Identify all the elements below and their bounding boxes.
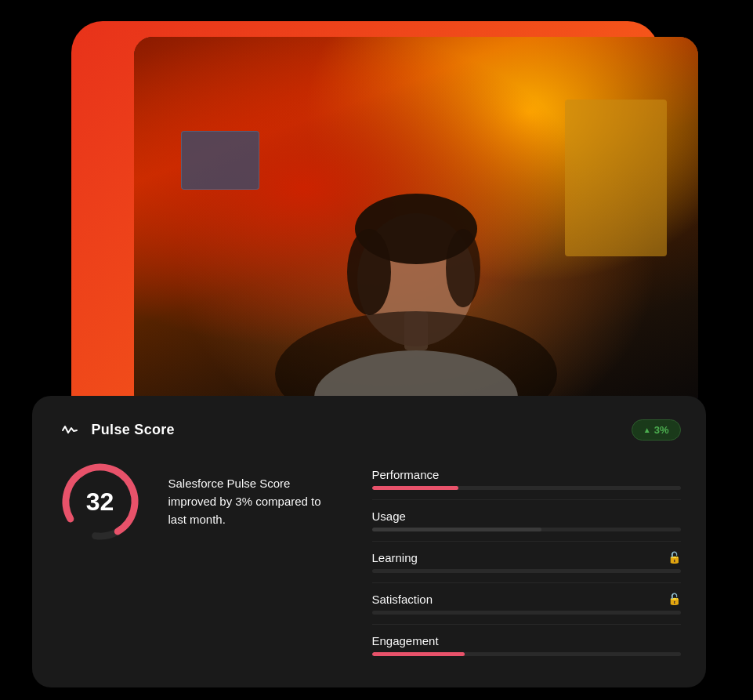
left-section: 32 Salesforce Pulse Score improved by 3%… (57, 459, 341, 545)
metric-row: Satisfaction🔓 (372, 583, 681, 625)
metric-bar-track (372, 569, 681, 573)
metric-row: Engagement (372, 625, 681, 666)
metrics-section: PerformanceUsageLearning🔓Satisfaction🔓En… (372, 459, 681, 666)
score-description: Salesforce Pulse Score improved by 3% co… (168, 474, 341, 529)
metric-header: Usage (372, 510, 681, 523)
svg-point-5 (446, 229, 480, 307)
screen-left (181, 131, 259, 190)
metric-name: Usage (372, 510, 406, 523)
card-body: 32 Salesforce Pulse Score improved by 3%… (57, 459, 681, 666)
metric-row: Usage (372, 500, 681, 542)
pulse-score-card: Pulse Score ▲ 3% 32 Salesforc (32, 396, 706, 687)
badge-arrow: ▲ (643, 426, 651, 434)
metric-bar-track (372, 652, 681, 656)
card-title: Pulse Score (92, 422, 175, 438)
gauge-container: 32 (57, 459, 143, 545)
scene: Pulse Score ▲ 3% 32 Salesforc (32, 13, 722, 687)
metric-header: Performance (372, 468, 681, 481)
metric-bar-track (372, 528, 681, 531)
metric-name: Performance (372, 468, 440, 481)
metric-bar-track (372, 486, 681, 490)
metric-header: Engagement (372, 634, 681, 647)
gauge-score: 32 (86, 487, 114, 516)
metric-name: Learning (372, 551, 418, 564)
metric-bar-fill (372, 528, 542, 531)
lock-icon: 🔓 (668, 593, 681, 605)
metric-row: Performance (372, 459, 681, 500)
svg-point-4 (347, 229, 391, 315)
metric-header: Satisfaction🔓 (372, 593, 681, 606)
metric-name: Engagement (372, 634, 439, 647)
person-illustration (275, 100, 557, 413)
card-header: Pulse Score ▲ 3% (57, 418, 681, 443)
metric-header: Learning🔓 (372, 551, 681, 564)
metric-name: Satisfaction (372, 593, 433, 606)
metric-row: Learning🔓 (372, 542, 681, 583)
photo-inner (134, 37, 698, 413)
header-left: Pulse Score (57, 418, 175, 443)
metric-bar-fill (372, 486, 458, 490)
score-badge: ▲ 3% (632, 419, 681, 441)
metric-bar-fill (372, 652, 465, 656)
metric-bar-track (372, 611, 681, 615)
badge-value: 3% (654, 424, 669, 436)
hero-photo (134, 37, 698, 413)
screen-right (565, 100, 667, 256)
pulse-icon (57, 418, 82, 443)
lock-icon: 🔓 (668, 551, 681, 564)
